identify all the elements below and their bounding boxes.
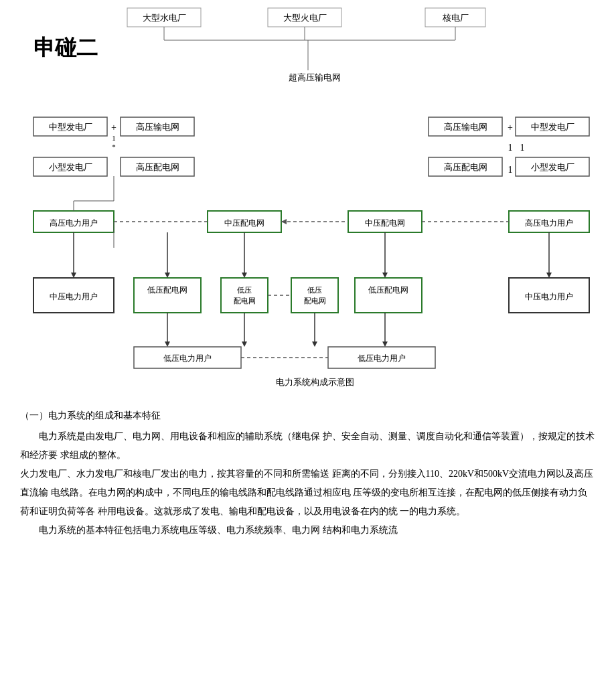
section-heading: （一）电力系统的组成和基本特征 <box>20 410 596 422</box>
svg-text:超高压输电网: 超高压输电网 <box>289 72 341 82</box>
svg-text:1: 1 <box>508 165 513 175</box>
svg-text:小型发电厂: 小型发电厂 <box>49 162 92 172</box>
svg-text:*: * <box>112 143 116 151</box>
svg-marker-74 <box>242 273 247 278</box>
svg-text:1: 1 <box>520 143 525 153</box>
svg-text:申碰二: 申碰二 <box>33 35 98 60</box>
svg-marker-82 <box>546 273 552 278</box>
svg-text:中型发电厂: 中型发电厂 <box>531 122 574 132</box>
svg-text:1: 1 <box>508 143 513 153</box>
svg-rect-53 <box>291 278 338 313</box>
power-system-diagram: 大型水电厂 大型火电厂 核电厂 申碰二 超高压输电网 中型发电厂 高压输电网 <box>13 7 603 402</box>
svg-text:高压配电网: 高压配电网 <box>136 162 179 172</box>
svg-text:+: + <box>508 123 513 133</box>
svg-marker-78 <box>382 273 388 278</box>
svg-text:低压: 低压 <box>237 286 252 294</box>
svg-text:高压电力用户: 高压电力用户 <box>525 218 573 228</box>
paragraph-1: 电力系统是由发电厂、电力网、用电设备和相应的辅助系统（继电保 护、安全自动、测量… <box>20 427 596 465</box>
svg-marker-45 <box>281 219 287 224</box>
svg-marker-90 <box>312 342 317 347</box>
svg-text:中压配电网: 中压配电网 <box>365 218 405 228</box>
svg-text:低压电力用户: 低压电力用户 <box>358 354 406 363</box>
svg-text:小型发电厂: 小型发电厂 <box>531 162 574 172</box>
diagram-area: 大型水电厂 大型火电厂 核电厂 申碰二 超高压输电网 中型发电厂 高压输电网 <box>13 7 603 404</box>
svg-text:高压配电网: 高压配电网 <box>444 162 487 172</box>
svg-rect-56 <box>355 278 422 313</box>
svg-rect-48 <box>134 278 201 313</box>
svg-marker-70 <box>165 273 170 278</box>
svg-marker-72 <box>165 342 170 347</box>
svg-text:低压配电网: 低压配电网 <box>147 285 187 295</box>
svg-text:低压: 低压 <box>307 286 322 294</box>
svg-text:核电厂: 核电厂 <box>442 13 469 23</box>
svg-marker-68 <box>71 273 76 278</box>
svg-text:+: + <box>111 123 117 133</box>
svg-text:低压电力用户: 低压电力用户 <box>163 354 212 363</box>
svg-text:1: 1 <box>112 134 116 142</box>
paragraph-2: 火力发电厂、水力发电厂和核电厂发出的电力，按其容量的不同和所需输送 距离的不同，… <box>20 465 596 521</box>
svg-rect-50 <box>221 278 268 313</box>
svg-text:高压电力用户: 高压电力用户 <box>50 218 98 228</box>
svg-text:高压输电网: 高压输电网 <box>136 122 179 132</box>
svg-text:电力系统构成示意图: 电力系统构成示意图 <box>276 377 354 387</box>
svg-marker-80 <box>382 342 388 347</box>
svg-text:高压输电网: 高压输电网 <box>444 122 487 132</box>
svg-text:配电网: 配电网 <box>234 297 256 305</box>
svg-text:大型水电厂: 大型水电厂 <box>143 13 186 23</box>
svg-marker-76 <box>242 342 247 347</box>
svg-text:低压配电网: 低压配电网 <box>368 285 408 295</box>
paragraph-3: 电力系统的基本特征包括电力系统电压等级、电力系统频率、电力网 结构和电力系统流 <box>20 521 596 540</box>
svg-text:中压电力用户: 中压电力用户 <box>525 292 573 301</box>
svg-text:配电网: 配电网 <box>304 297 326 305</box>
svg-text:中压电力用户: 中压电力用户 <box>50 292 98 301</box>
body-text-area: （一）电力系统的组成和基本特征 电力系统是由发电厂、电力网、用电设备和相应的辅助… <box>13 410 603 540</box>
svg-text:大型火电厂: 大型火电厂 <box>283 13 327 23</box>
svg-text:中压配电网: 中压配电网 <box>224 218 264 228</box>
svg-text:中型发电厂: 中型发电厂 <box>49 122 92 132</box>
